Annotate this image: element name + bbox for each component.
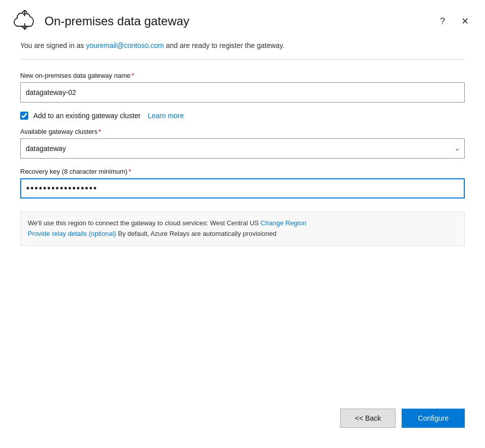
divider [20, 59, 465, 60]
dialog-title: On-premises data gateway [44, 14, 189, 28]
info-text-prefix: We'll use this region to connect the gat… [28, 219, 261, 227]
recovery-key-group: Recovery key (8 character minimum)* [20, 168, 465, 198]
close-button[interactable]: ✕ [457, 15, 473, 28]
required-star-cluster: * [99, 128, 101, 135]
cluster-select[interactable]: datagateway [20, 138, 465, 159]
recovery-key-label: Recovery key (8 character minimum)* [20, 168, 465, 175]
cluster-group: Available gateway clusters* datagateway … [20, 128, 465, 159]
back-button[interactable]: << Back [340, 409, 396, 428]
title-area: On-premises data gateway [12, 10, 189, 32]
configure-button[interactable]: Configure [402, 409, 465, 428]
change-region-link[interactable]: Change Region [261, 219, 306, 227]
gateway-name-group: New on-premises data gateway name* [20, 72, 465, 103]
signed-in-suffix: and are ready to register the gateway. [164, 41, 285, 49]
learn-more-link[interactable]: Learn more [148, 112, 184, 120]
spacer [20, 246, 465, 388]
cloud-gateway-icon [12, 10, 37, 32]
dialog-container: On-premises data gateway ? ✕ You are sig… [0, 0, 485, 448]
add-to-cluster-checkbox[interactable] [20, 112, 28, 120]
gateway-name-label: New on-premises data gateway name* [20, 72, 465, 79]
checkbox-row: Add to an existing gateway cluster Learn… [20, 112, 465, 120]
checkbox-label: Add to an existing gateway cluster [33, 112, 140, 120]
required-star-name: * [131, 72, 134, 79]
dialog-footer: << Back Configure [0, 409, 485, 448]
header-actions: ? ✕ [436, 15, 473, 28]
cluster-label: Available gateway clusters* [20, 128, 465, 135]
select-wrapper: datagateway ⌄ [20, 138, 465, 159]
help-button[interactable]: ? [436, 15, 449, 28]
recovery-key-input[interactable] [20, 178, 465, 198]
signed-in-prefix: You are signed in as [20, 41, 86, 49]
email-link[interactable]: youremail@contoso.com [86, 41, 164, 49]
gateway-name-input[interactable] [20, 82, 465, 103]
dialog-header: On-premises data gateway ? ✕ [0, 0, 485, 40]
relay-details-link[interactable]: Provide relay details (optional) [28, 230, 116, 237]
dialog-body: You are signed in as youremail@contoso.c… [0, 40, 485, 409]
signed-in-text: You are signed in as youremail@contoso.c… [20, 40, 465, 51]
info-box: We'll use this region to connect the gat… [20, 212, 465, 246]
required-star-key: * [128, 168, 131, 175]
relay-details-suffix: By default, Azure Relays are automatical… [116, 230, 276, 237]
